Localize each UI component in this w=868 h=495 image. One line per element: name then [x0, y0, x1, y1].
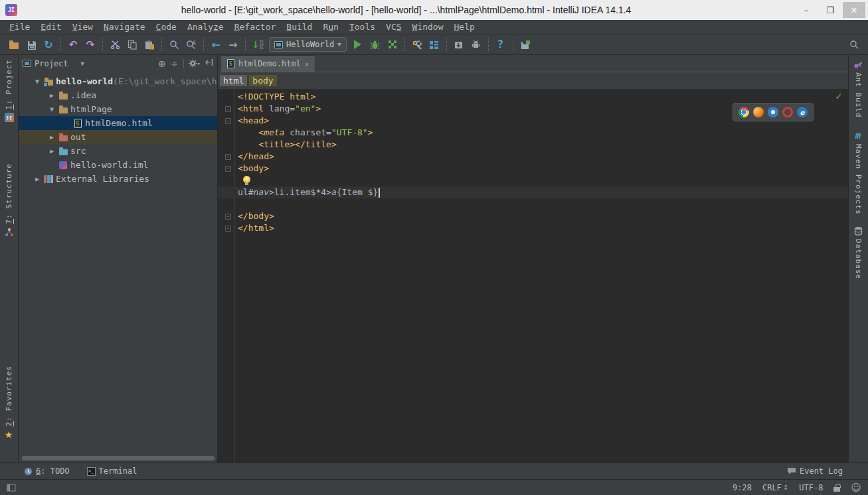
stripe-button-database[interactable]: Database: [854, 226, 863, 279]
project-panel-title[interactable]: Project: [35, 59, 68, 68]
back-button[interactable]: ←: [207, 36, 224, 52]
menu-edit[interactable]: Edit: [35, 21, 66, 33]
intention-bulb-icon[interactable]: [243, 176, 250, 183]
expand-arrow-icon[interactable]: ▼: [32, 78, 43, 85]
code-editor[interactable]: <!DOCTYPE html>-<html lang="en">-<head> …: [218, 89, 848, 462]
opera-browser-icon[interactable]: [782, 107, 793, 117]
code-line-6[interactable]: -</head>: [218, 151, 848, 163]
tree-item-external-libraries[interactable]: ▶External Libraries: [19, 172, 217, 186]
fold-marker-icon[interactable]: -: [225, 106, 231, 112]
debug-button[interactable]: [367, 36, 384, 52]
find-button[interactable]: [165, 36, 183, 52]
hector-inspector-icon[interactable]: ☺: [851, 482, 861, 494]
toolwindow-toggle-icon[interactable]: [7, 484, 16, 492]
editor-tab-htmldemo[interactable]: 5 htmlDemo.html ✕: [220, 55, 315, 72]
tree-item-htmlpage[interactable]: ▼htmlPage: [19, 102, 217, 116]
settings-button[interactable]: [408, 36, 426, 52]
maximize-button[interactable]: ❐: [819, 2, 841, 18]
fold-marker-icon[interactable]: -: [225, 154, 231, 160]
code-line-1[interactable]: <!DOCTYPE html>: [218, 91, 848, 103]
sdk-manager-button[interactable]: [450, 36, 468, 52]
replace-button[interactable]: A: [183, 36, 200, 52]
cut-button[interactable]: [106, 36, 124, 52]
tree-item-out[interactable]: ▶out: [19, 130, 217, 144]
code-line-7[interactable]: -<body>: [218, 163, 848, 175]
synchronize-button[interactable]: ↻: [40, 36, 57, 52]
collapse-arrow-icon[interactable]: ▶: [46, 147, 57, 155]
code-line-11[interactable]: -</body>: [218, 210, 848, 222]
menu-refactor[interactable]: Refactor: [229, 21, 282, 33]
minimize-button[interactable]: –: [795, 2, 818, 18]
undo-button[interactable]: ↶: [64, 36, 82, 52]
tree-item-src[interactable]: ▶src: [19, 144, 217, 158]
stripe-button-maven-projects[interactable]: mMaven Projects: [854, 130, 863, 215]
fold-marker-icon[interactable]: -: [225, 214, 231, 220]
menu-help[interactable]: Help: [449, 21, 480, 33]
chevron-down-icon[interactable]: ▼: [81, 60, 84, 67]
horizontal-scrollbar-thumb[interactable]: [22, 456, 215, 460]
copy-button[interactable]: [124, 36, 141, 52]
collapse-all-icon[interactable]: ÷: [171, 58, 179, 69]
menu-tools[interactable]: Tools: [344, 21, 381, 33]
menu-navigate[interactable]: Navigate: [98, 21, 151, 33]
paste-button[interactable]: [141, 36, 158, 52]
line-separator-widget[interactable]: CRLF↕: [762, 483, 788, 492]
stripe-button-project[interactable]: 1: ProjectJI: [5, 59, 14, 122]
run-configuration-select[interactable]: HelloWorld▼: [269, 37, 347, 52]
menu-code[interactable]: Code: [151, 21, 182, 33]
run-button[interactable]: [349, 36, 367, 52]
stripe-button-ant-build[interactable]: Ant Build: [853, 60, 863, 118]
code-line-12[interactable]: -</html>: [218, 222, 848, 234]
run-with-coverage-button[interactable]: [384, 36, 401, 52]
code-line-10[interactable]: [218, 198, 848, 210]
menu-vcs[interactable]: VCS: [381, 21, 406, 33]
open-project-button[interactable]: [5, 36, 23, 52]
menu-view[interactable]: View: [67, 21, 98, 33]
toolwindow-button-event-log[interactable]: Event Log: [787, 466, 843, 476]
collapse-arrow-icon[interactable]: ▶: [46, 133, 57, 141]
toolwindow-button-terminal[interactable]: >_Terminal: [87, 466, 137, 476]
code-line-4[interactable]: <meta charset="UTF-8">: [218, 127, 848, 139]
redo-button[interactable]: ↷: [82, 36, 99, 52]
collapse-arrow-icon[interactable]: ▶: [46, 92, 57, 99]
locate-file-icon[interactable]: ⊕: [158, 58, 166, 69]
code-line-5[interactable]: <title></title>: [218, 139, 848, 151]
help-button[interactable]: ?: [492, 36, 509, 52]
caret-position-widget[interactable]: 9:28: [733, 483, 752, 492]
fold-marker-icon[interactable]: -: [225, 118, 231, 124]
menu-file[interactable]: File: [4, 21, 35, 33]
firefox-browser-icon[interactable]: [753, 107, 764, 117]
collapse-arrow-icon[interactable]: ▶: [32, 175, 43, 182]
menu-analyze[interactable]: Analyze: [182, 21, 229, 33]
update-binary-button[interactable]: ↓011001: [249, 36, 266, 52]
search-everywhere-button[interactable]: [845, 36, 863, 52]
expand-arrow-icon[interactable]: ▼: [46, 106, 57, 113]
encoding-widget[interactable]: UTF-8: [799, 483, 823, 492]
menu-run[interactable]: Run: [317, 21, 343, 33]
tree-item-htmldemo-html[interactable]: 5htmlDemo.html: [19, 116, 217, 130]
fold-marker-icon[interactable]: -: [225, 226, 231, 232]
breadcrumb-html[interactable]: html: [220, 75, 247, 86]
stripe-button-structure[interactable]: 7: Structure: [5, 163, 14, 236]
toolwindow-button-todo[interactable]: 6: TODO: [24, 466, 70, 476]
view-options-gear-icon[interactable]: ▾: [189, 59, 201, 68]
safari-browser-icon[interactable]: [768, 107, 778, 117]
forward-button[interactable]: →: [224, 36, 242, 52]
chrome-browser-icon[interactable]: [738, 107, 749, 117]
fold-marker-icon[interactable]: -: [225, 166, 231, 172]
tree-item-hello-world[interactable]: ▼hello-world (E:\git_work_space\hell: [19, 74, 217, 88]
code-line-8[interactable]: [218, 175, 848, 186]
code-line-9[interactable]: ul#nav>li.item$*4>a{Item $}: [218, 186, 848, 198]
project-structure-button[interactable]: [426, 36, 443, 52]
ie-browser-icon[interactable]: e: [797, 107, 808, 117]
hide-panel-icon[interactable]: [205, 58, 213, 68]
stripe-button-favorites[interactable]: 2: Favorites★: [5, 366, 14, 440]
tab-close-icon[interactable]: ✕: [305, 60, 309, 68]
breadcrumb-body[interactable]: body: [249, 75, 276, 86]
menu-build[interactable]: Build: [281, 21, 317, 33]
tree-item-hello-world-iml[interactable]: hello-world.iml: [19, 158, 217, 172]
save-all-button[interactable]: [23, 36, 40, 52]
menu-window[interactable]: Window: [407, 21, 449, 33]
avd-manager-button[interactable]: [468, 36, 485, 52]
unlock-icon[interactable]: [833, 487, 840, 492]
